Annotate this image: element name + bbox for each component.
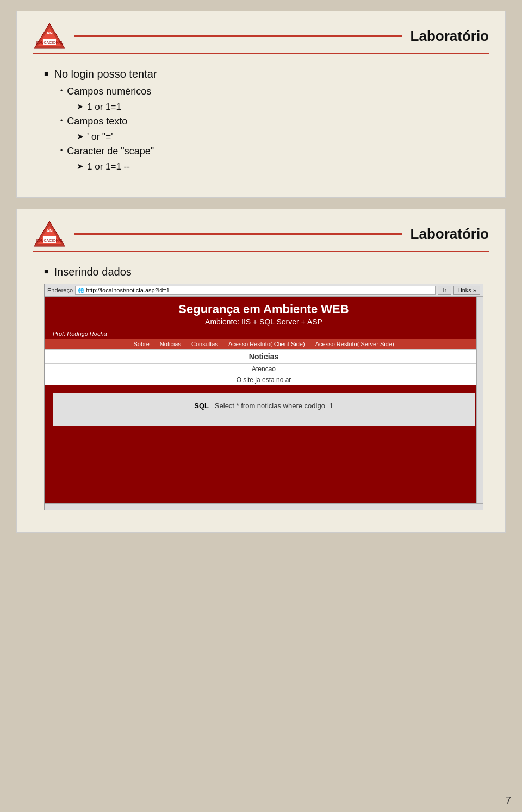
header-line-2 [74,233,402,235]
address-bar: 🌐 http://localhost/noticia.asp?id=1 [75,286,436,295]
scrollbar-bottom[interactable] [45,503,483,510]
bullet-l2-scape-text: Caracter de "scape" [67,146,154,157]
site-author: Prof. Rodrigo Rocha [45,329,483,339]
circle-bullet-icon-3: • [60,147,63,154]
bullet-l3-quote: ➤ ' or ''=' [77,132,483,142]
logo-icon-2: AN EDUCACIONAL [33,220,66,247]
browser-body: Segurança em Ambiente WEB Ambiente: IIS … [45,297,483,503]
sql-query: Select * from noticias where codigo=1 [215,402,333,410]
square-bullet-icon: ■ [44,69,48,78]
site-title: Segurança em Ambiente WEB [53,302,475,316]
arrow-icon-1: ➤ [77,102,84,111]
browser-toolbar: Endereço 🌐 http://localhost/noticia.asp?… [45,284,483,297]
links-button: Links » [453,286,480,295]
circle-bullet-icon-2: • [60,117,63,124]
bullet-l2-texto-text: Campos texto [67,116,127,127]
address-label: Endereço [47,287,73,293]
site-sql-area: SQL Select * from noticias where codigo=… [53,393,475,426]
slide-1-title: Laboratório [411,28,489,45]
go-button[interactable]: Ir [438,286,451,295]
bullet-l3-1or1: ➤ 1 or 1=1 [77,102,483,113]
arrow-icon-2: ➤ [77,132,84,141]
circle-bullet-icon: • [60,87,63,95]
sql-label: SQL [194,402,209,410]
bullet-l3-scape-text: 1 or 1=1 -- [87,161,130,172]
nav-noticias[interactable]: Noticias [160,341,181,347]
bullet-l2-text: Campos numéricos [67,86,151,97]
site-nav: Sobre Noticias Consultas Acesso Restrito… [45,339,483,349]
svg-text:EDUCACIONAL: EDUCACIONAL [36,239,64,242]
site-news-item-1: Atencao [45,364,483,374]
nav-client[interactable]: Acesso Restrito( Client Side) [228,341,305,347]
svg-text:EDUCACIONAL: EDUCACIONAL [36,41,64,45]
page-icon: 🌐 [78,288,84,293]
bullet-inserindo-text: Inserindo dados [54,266,131,278]
svg-text:AN: AN [46,228,53,233]
slide-2: AN EDUCACIONAL Laboratório ■ Inserindo d… [16,209,506,533]
square-bullet-icon-2: ■ [44,267,48,276]
bullet-l1-text: No login posso tentar [54,68,157,80]
bullet-l2-numericos: • Campos numéricos [60,86,483,97]
scrollbar-right[interactable] [476,297,483,503]
site-news-header: Noticias [45,349,483,364]
slide-2-content: ■ Inserindo dados Endereço 🌐 http://loca… [33,258,489,516]
bullet-l2-scape: • Caracter de "scape" [60,146,483,157]
slide-1: AN EDUCACIONAL Laboratório ■ No login po… [16,11,506,198]
header-line [74,35,402,37]
nav-sobre[interactable]: Sobre [133,341,149,347]
slide-2-title: Laboratório [411,226,489,242]
site-subtitle: Ambiente: IIS + SQL Server + ASP [53,317,475,326]
address-text: http://localhost/noticia.asp?id=1 [86,287,170,293]
bullet-l3-quote-text: ' or ''=' [87,132,113,142]
browser-window: Endereço 🌐 http://localhost/noticia.asp?… [44,284,483,510]
page-number: 7 [506,795,511,807]
slide-1-content: ■ No login posso tentar • Campos numéric… [33,60,489,181]
bullet-l3-scape-sql: ➤ 1 or 1=1 -- [77,161,483,172]
site-header: Segurança em Ambiente WEB Ambiente: IIS … [45,297,483,329]
bullet-l1-login: ■ No login posso tentar [44,68,483,80]
bullet-inserindo: ■ Inserindo dados [44,266,483,278]
slide-2-header: AN EDUCACIONAL Laboratório [33,220,489,252]
slide-1-header: AN EDUCACIONAL Laboratório [33,22,489,54]
arrow-icon-3: ➤ [77,161,84,171]
logo-icon: AN EDUCACIONAL [33,22,66,49]
bullet-l3-text: 1 or 1=1 [87,102,121,113]
nav-server[interactable]: Acesso Restrito( Server Side) [315,341,394,347]
svg-text:AN: AN [46,30,53,35]
site-news-item-2: O site ja esta no ar [45,374,483,385]
nav-consultas[interactable]: Consultas [191,341,218,347]
bullet-l2-texto: • Campos texto [60,116,483,127]
